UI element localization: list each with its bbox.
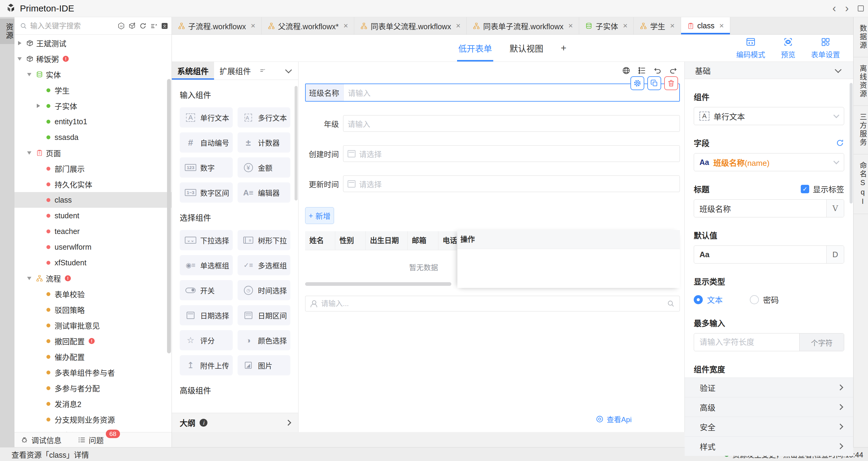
editor-tab[interactable]: 子实体×: [579, 17, 634, 34]
tree-item[interactable]: 多表单组件参与者: [14, 365, 172, 380]
close-icon[interactable]: ×: [456, 21, 460, 30]
field-input[interactable]: 请选择: [343, 176, 680, 192]
tree-item[interactable]: userwlform: [14, 239, 172, 255]
tree-item[interactable]: 催办配置: [14, 349, 172, 365]
tree-collapse-arrow[interactable]: [25, 277, 33, 280]
close-icon[interactable]: ×: [568, 21, 573, 30]
tree-item[interactable]: 部门展示: [14, 161, 172, 176]
right-strip-tab[interactable]: 命名Sql: [854, 154, 868, 214]
copy-button[interactable]: [647, 76, 661, 90]
field-refresh-icon[interactable]: [836, 139, 844, 147]
tree-item[interactable]: 表单校验: [14, 286, 172, 302]
display-type-radio-unselected[interactable]: 密码: [750, 294, 779, 305]
palette-item-editor[interactable]: A≡编辑器: [238, 182, 291, 203]
palette-filter-icon[interactable]: [259, 67, 266, 74]
toolbar-action-form-settings[interactable]: 表单设置: [811, 37, 840, 59]
palette-tab[interactable]: 系统组件: [172, 62, 214, 80]
palette-item-upload[interactable]: ↥附件上传: [180, 355, 233, 375]
editor-tab[interactable]: 同表单父流程.workflowx×: [354, 17, 467, 34]
toolbar-action-code-mode[interactable]: 编码模式: [736, 37, 765, 59]
field-input[interactable]: 请输入: [344, 84, 679, 101]
tree-item[interactable]: 子实体: [14, 98, 172, 114]
tree-item[interactable]: 测试审批意见: [14, 317, 172, 333]
form-canvas[interactable]: 班级名称请输入年级请输入创建时间请选择更新时间请选择 + 新增 姓名性别出生日期…: [299, 62, 684, 432]
palette-item-auto-number[interactable]: #自动编号: [180, 132, 233, 153]
table-hscrollbar[interactable]: [305, 282, 457, 286]
palette-item-single-line-text[interactable]: A单行文本: [180, 107, 233, 127]
magnifier-icon[interactable]: [667, 300, 675, 308]
palette-item-date-picker[interactable]: 日期选择: [180, 305, 233, 325]
tree-item[interactable]: student: [14, 208, 172, 223]
form-field[interactable]: 更新时间请选择: [305, 176, 680, 192]
close-icon[interactable]: ×: [623, 21, 627, 30]
palette-item-counter[interactable]: ±计数器: [238, 132, 291, 153]
close-icon[interactable]: ×: [670, 21, 675, 30]
right-strip-tab[interactable]: 离线资源: [854, 57, 868, 106]
tree-expand-arrow[interactable]: [16, 41, 24, 45]
tree-collapse-arrow[interactable]: [25, 73, 33, 76]
tree-item[interactable]: class: [14, 192, 172, 208]
tree-item[interactable]: 稀饭粥!: [14, 51, 172, 67]
palette-scrollbar[interactable]: [294, 86, 298, 201]
add-row-button[interactable]: + 新增: [305, 207, 334, 224]
sidebar-search-input[interactable]: [30, 22, 114, 30]
right-strip-tab[interactable]: 数据源: [854, 17, 868, 57]
field-input[interactable]: 请输入: [343, 115, 680, 132]
tree-item[interactable]: 王斌测试: [14, 35, 172, 51]
tree-item[interactable]: 父流程: [14, 427, 172, 432]
form-field-selected[interactable]: 班级名称请输入: [305, 84, 680, 102]
editor-tab[interactable]: 同表单子流程.workflowx×: [467, 17, 579, 34]
nav-forward-icon[interactable]: ›: [845, 3, 849, 14]
field-select[interactable]: Aa 班级名称(name): [694, 153, 844, 171]
default-value-input[interactable]: Aa: [694, 250, 827, 259]
view-tab[interactable]: 低开表单: [458, 35, 492, 62]
title-variable-button[interactable]: V: [827, 199, 844, 217]
palette-item-color-picker[interactable]: ◑颜色选择: [238, 330, 291, 350]
palette-item-tree-dropdown[interactable]: ▏≡树形下拉: [238, 230, 291, 250]
component-select[interactable]: A 单行文本: [694, 107, 844, 125]
palette-item-checkbox-group[interactable]: ✓≡多选框组: [238, 255, 291, 275]
right-strip-tab[interactable]: 三方服务: [854, 106, 868, 154]
palette-item-date-range[interactable]: 日期区间: [238, 305, 291, 325]
trash-button[interactable]: [664, 76, 678, 90]
tree-item[interactable]: ssasda: [14, 129, 172, 145]
sort-tree-icon[interactable]: [150, 22, 158, 30]
tree-item[interactable]: 分支规则业务资源: [14, 411, 172, 427]
checkbox-checked-icon[interactable]: ✓: [801, 185, 809, 193]
tree-item[interactable]: 实体: [14, 67, 172, 82]
properties-header[interactable]: 基础: [685, 62, 853, 79]
palette-item-multi-line-text[interactable]: A多行文本: [238, 107, 291, 127]
tree-item[interactable]: 多参与者分配: [14, 380, 172, 396]
editor-tab[interactable]: class×: [681, 17, 730, 34]
tree-item[interactable]: entity1to1: [14, 114, 172, 129]
tree-collapse-arrow[interactable]: [25, 151, 33, 155]
property-section-安全[interactable]: 安全: [685, 417, 853, 436]
palette-item-radio-group[interactable]: ◉≡单选框组: [180, 255, 233, 275]
form-field[interactable]: 年级请输入: [305, 115, 680, 132]
default-value-d-button[interactable]: D: [827, 246, 844, 263]
close-icon[interactable]: ×: [719, 21, 724, 30]
close-icon[interactable]: ×: [251, 21, 255, 30]
palette-item-switch[interactable]: 开关: [180, 280, 233, 300]
sidebar-tab-resources[interactable]: 资源: [0, 19, 14, 44]
tree-collapse-arrow[interactable]: [16, 57, 24, 61]
tree-item[interactable]: 持久化实体: [14, 176, 172, 192]
toolbar-action-preview[interactable]: 预览: [781, 37, 795, 59]
refresh-tree-icon[interactable]: [139, 22, 147, 30]
palette-item-dropdown[interactable]: ⌄⌄下拉选择: [180, 230, 233, 250]
palette-item-amount[interactable]: ¥金额: [238, 157, 291, 178]
property-section-样式[interactable]: 样式: [685, 436, 853, 456]
view-api-link[interactable]: 查看Api: [596, 414, 632, 424]
nav-back-icon[interactable]: ‹: [832, 3, 836, 14]
title-input[interactable]: [694, 204, 827, 213]
tree-item[interactable]: 撤回配置!: [14, 333, 172, 349]
editor-tab[interactable]: 学生×: [634, 17, 681, 34]
sidebar-scrollbar[interactable]: [167, 79, 171, 354]
redo-icon[interactable]: [669, 66, 678, 75]
properties-scrollbar[interactable]: [849, 83, 852, 204]
problems-item[interactable]: 问题 68: [78, 434, 107, 445]
editor-tab[interactable]: 父流程.workflowx*×: [262, 17, 354, 34]
tree-item[interactable]: teacher: [14, 223, 172, 239]
palette-item-number-range[interactable]: 1~3数字区间: [180, 182, 233, 203]
form-field[interactable]: 创建时间请选择: [305, 145, 680, 162]
